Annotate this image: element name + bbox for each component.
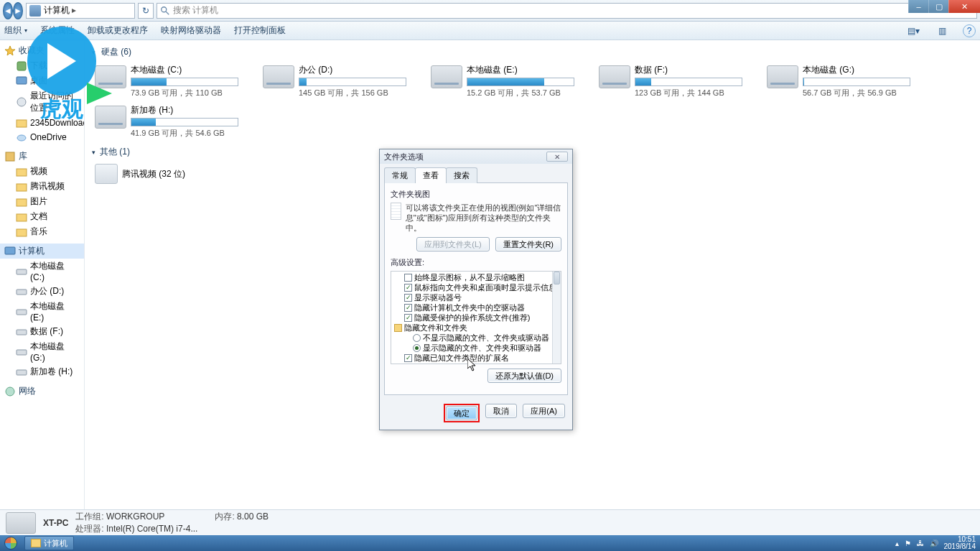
scrollbar-thumb[interactable] [554, 272, 560, 284]
sidebar-item-music[interactable]: 音乐 [0, 224, 84, 239]
drive-icon [599, 65, 630, 88]
sidebar-item-drive-g[interactable]: 本地磁盘 (G:) [0, 339, 84, 364]
dialog-titlebar[interactable]: 文件夹选项 ✕ [380, 149, 572, 164]
checkbox-icon[interactable] [404, 284, 412, 292]
adv-item[interactable]: 不显示隐藏的文件、文件夹或驱动器 [394, 333, 559, 343]
checkbox-icon[interactable] [404, 274, 412, 282]
drive-name: 办公 (D:) [299, 64, 408, 76]
drive-item[interactable]: 本地磁盘 (C:)73.9 GB 可用，共 110 GB [92, 61, 243, 101]
preview-pane-button[interactable]: ▥ [934, 24, 950, 38]
start-button[interactable] [0, 535, 22, 551]
tray-chevron-icon[interactable]: ▴ [895, 540, 899, 547]
forward-button[interactable]: ► [13, 2, 23, 19]
drive-icon [431, 65, 462, 88]
folder-options-dialog: 文件夹选项 ✕ 常规 查看 搜索 文件夹视图 可以将该文件夹正在使用的视图(例如… [379, 149, 573, 430]
toolbar-mapnet[interactable]: 映射网络驱动器 [161, 24, 221, 37]
drive-item[interactable]: 本地磁盘 (E:)15.2 GB 可用，共 53.7 GB [428, 61, 579, 101]
sidebar-item-drive-d[interactable]: 办公 (D:) [0, 284, 84, 299]
drive-item[interactable]: 数据 (F:)123 GB 可用，共 144 GB [596, 61, 747, 101]
adv-item[interactable]: 鼠标指向文件夹和桌面项时显示提示信息 [394, 283, 559, 293]
sidebar-item-drive-h[interactable]: 新加卷 (H:) [0, 364, 84, 379]
sidebar-item-drive-e[interactable]: 本地磁盘 (E:) [0, 299, 84, 324]
advanced-tree[interactable]: 始终显示图标，从不显示缩略图鼠标指向文件夹和桌面项时显示提示信息显示驱动器号隐藏… [391, 271, 561, 364]
adv-item[interactable]: 隐藏受保护的操作系统文件(推荐) [394, 313, 559, 323]
drive-space: 15.2 GB 可用，共 53.7 GB [467, 88, 576, 98]
sidebar-item-videos[interactable]: 视频 [0, 164, 84, 179]
radio-icon[interactable] [413, 334, 421, 342]
cancel-button[interactable]: 取消 [485, 404, 517, 418]
maximize-button[interactable]: ▢ [928, 0, 948, 13]
sidebar-item-drive-f[interactable]: 数据 (F:) [0, 324, 84, 339]
sidebar-computer[interactable]: 计算机 [0, 244, 84, 259]
adv-item[interactable]: 始终显示图标，从不显示缩略图 [394, 273, 559, 283]
system-tray[interactable]: ▴ ⚑ 🖧 🔊 10:51 2019/8/14 [891, 536, 981, 550]
apply-button[interactable]: 应用(A) [523, 404, 565, 418]
breadcrumb-segment[interactable]: 计算机 [44, 4, 76, 17]
drive-name: 新加卷 (H:) [131, 104, 240, 116]
refresh-button[interactable]: ↻ [138, 3, 154, 19]
toolbar-organize[interactable]: 组织 [4, 24, 27, 37]
drive-icon [263, 65, 294, 88]
close-button[interactable]: ✕ [948, 0, 980, 13]
tab-view[interactable]: 查看 [415, 167, 447, 183]
toolbar-uninstall[interactable]: 卸载或更改程序 [88, 24, 148, 37]
usage-bar [299, 78, 406, 86]
address-bar: ◄ ► 计算机 ↻ 搜索 计算机 [0, 0, 980, 22]
adv-item[interactable]: 隐藏文件和文件夹 [394, 323, 559, 333]
sidebar-item-onedrive[interactable]: OneDrive [0, 130, 84, 144]
sidebar-item-documents[interactable]: 文档 [0, 209, 84, 224]
scrollbar[interactable] [552, 272, 561, 364]
tab-search[interactable]: 搜索 [446, 167, 477, 183]
breadcrumb[interactable]: 计算机 [26, 3, 135, 19]
folder-icon [31, 539, 41, 547]
tray-network-icon[interactable]: 🖧 [917, 540, 924, 547]
checkbox-icon[interactable] [404, 314, 412, 322]
tab-general[interactable]: 常规 [384, 167, 416, 183]
ok-highlight: 确定 [444, 404, 480, 422]
toolbar-sysprops[interactable]: 系统属性 [40, 24, 75, 37]
nav-buttons: ◄ ► [3, 2, 23, 19]
sidebar-item-recent[interactable]: 最近访问的位置 [0, 88, 84, 116]
sidebar-item-pictures[interactable]: 图片 [0, 194, 84, 209]
restore-defaults-button[interactable]: 还原为默认值(D) [487, 369, 561, 383]
toolbar-cpanel[interactable]: 打开控制面板 [234, 24, 286, 37]
adv-item[interactable]: 显示隐藏的文件、文件夹和驱动器 [394, 343, 559, 353]
minimize-button[interactable]: – [908, 0, 928, 13]
tray-clock[interactable]: 10:51 2019/8/14 [944, 536, 976, 550]
windows-orb-icon [4, 537, 17, 550]
sidebar-item-2345[interactable]: 2345Downloads [0, 116, 84, 130]
sidebar-network[interactable]: 网络 [0, 384, 84, 399]
help-button[interactable]: ? [963, 24, 976, 37]
drive-item[interactable]: 新加卷 (H:)41.9 GB 可用，共 54.6 GB [92, 101, 243, 142]
sidebar-item-drive-c[interactable]: 本地磁盘 (C:) [0, 259, 84, 284]
sidebar-item-downloads[interactable]: 下载 [0, 58, 84, 73]
sidebar-favorites[interactable]: 收藏夹 [0, 43, 84, 58]
back-button[interactable]: ◄ [3, 2, 13, 19]
drive-item[interactable]: 本地磁盘 (G:)56.7 GB 可用，共 56.9 GB [764, 61, 915, 101]
search-box[interactable]: 搜索 计算机 [157, 3, 977, 19]
adv-item[interactable]: 用彩色显示加密或压缩的 NTFS 文件 [394, 364, 559, 364]
view-options-button[interactable]: ▤▾ [905, 24, 921, 38]
ok-button[interactable]: 确定 [446, 406, 477, 420]
adv-item[interactable]: 隐藏已知文件类型的扩展名 [394, 353, 559, 364]
sidebar-item-desktop[interactable]: 桌面 [0, 73, 84, 88]
reset-folders-button[interactable]: 重置文件夹(R) [495, 237, 561, 251]
adv-item[interactable]: 隐藏计算机文件夹中的空驱动器 [394, 303, 559, 313]
group-header-drives[interactable]: ▾硬盘 (6) [92, 46, 973, 58]
dialog-close-button[interactable]: ✕ [546, 152, 568, 162]
svg-rect-9 [17, 169, 27, 176]
sidebar-libraries[interactable]: 库 [0, 149, 84, 164]
apply-to-folders-button[interactable]: 应用到文件夹(L) [416, 237, 489, 251]
radio-icon[interactable] [413, 344, 421, 352]
checkbox-icon[interactable] [404, 354, 412, 362]
drive-item[interactable]: 办公 (D:)145 GB 可用，共 156 GB [260, 61, 411, 101]
checkbox-icon[interactable] [404, 304, 412, 312]
tray-flag-icon[interactable]: ⚑ [905, 540, 911, 547]
checkbox-icon[interactable] [404, 294, 412, 302]
sidebar-item-tencent[interactable]: 腾讯视频 [0, 179, 84, 194]
adv-item[interactable]: 显示驱动器号 [394, 293, 559, 303]
svg-rect-15 [17, 269, 27, 274]
tray-volume-icon[interactable]: 🔊 [930, 540, 938, 547]
taskbar-app-explorer[interactable]: 计算机 [24, 536, 74, 550]
usage-bar [803, 78, 910, 86]
